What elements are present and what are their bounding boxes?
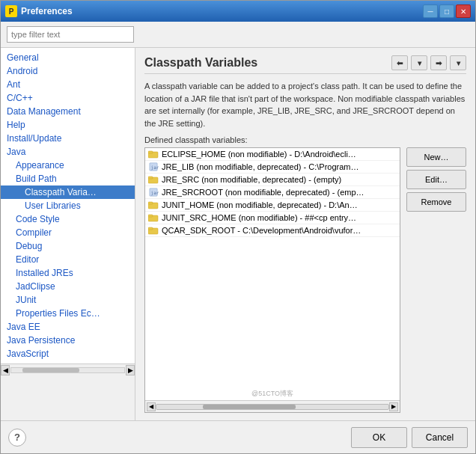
right-panel: Classpath Variables ⬅ ▾ ➡ ▾ A classpath … (135, 48, 475, 420)
content-area: General Android Ant C/C++ Data Managemen… (1, 22, 475, 420)
sidebar-item-installed-jres[interactable]: Installed JREs (1, 266, 135, 280)
variable-text: JRE_SRC (non modifiable, deprecated) - (… (162, 175, 341, 184)
title-bar-left: P Preferences (5, 5, 73, 17)
sidebar-item-data-mgmt[interactable]: Data Management (1, 105, 135, 118)
sidebar-item-jadclipse[interactable]: JadClipse (1, 280, 135, 293)
folder-icon (148, 213, 159, 222)
sidebar-item-ant[interactable]: Ant (1, 78, 135, 91)
left-scrollbar[interactable]: ◀ ▶ (1, 363, 135, 375)
svg-text:jar: jar (151, 165, 159, 171)
sidebar-item-editor[interactable]: Editor (1, 253, 135, 266)
cancel-button[interactable]: Cancel (412, 427, 468, 448)
variable-list[interactable]: ECLIPSE_HOME (non modifiable) - D:\Andro… (145, 148, 400, 387)
sidebar-item-classpath-vars[interactable]: Classpath Varia… (1, 185, 135, 199)
svg-rect-9 (148, 202, 153, 204)
folder-icon (148, 150, 159, 159)
list-item[interactable]: jar JRE_LIB (non modifiable, deprecated)… (145, 161, 400, 174)
left-panel: General Android Ant C/C++ Data Managemen… (1, 48, 135, 363)
sidebar-item-general[interactable]: General (1, 51, 135, 64)
main-split: General Android Ant C/C++ Data Managemen… (1, 48, 475, 420)
sidebar-item-java-persistence[interactable]: Java Persistence (1, 334, 135, 347)
sidebar-item-user-libraries[interactable]: User Libraries (1, 199, 135, 212)
sidebar-item-junit[interactable]: JUnit (1, 293, 135, 307)
list-item[interactable]: ECLIPSE_HOME (non modifiable) - D:\Andro… (145, 148, 400, 161)
sidebar-item-cpp[interactable]: C/C++ (1, 91, 135, 105)
variable-list-container: ECLIPSE_HOME (non modifiable) - D:\Andro… (144, 147, 400, 413)
folder-icon (148, 200, 159, 209)
bottom-right: OK Cancel (351, 427, 468, 448)
defined-label: Defined classpath variables: (144, 135, 466, 144)
nav-actions: ⬅ ▾ ➡ ▾ (391, 55, 466, 70)
variable-text: JRE_SRCROOT (non modifiable, deprecated)… (162, 188, 364, 197)
sidebar-item-help[interactable]: Help (1, 118, 135, 132)
left-scroll-thumb[interactable] (22, 368, 79, 372)
sidebar-item-install-update[interactable]: Install/Update (1, 132, 135, 145)
svg-text:jar: jar (151, 190, 159, 196)
ok-button[interactable]: OK (351, 427, 407, 448)
bottom-bar: ? OK Cancel (1, 420, 475, 453)
section-title-text: Classpath Variables (144, 56, 257, 70)
sidebar-item-javascript[interactable]: JavaScript (1, 347, 135, 361)
list-item[interactable]: JUNIT_SRC_HOME (non modifiable) - ##<cp … (145, 212, 400, 224)
sidebar-item-build-path[interactable]: Build Path (1, 172, 135, 185)
variable-text: JRE_LIB (non modifiable, deprecated) - C… (162, 162, 359, 171)
list-item[interactable]: JUNIT_HOME (non modifiable, deprecated) … (145, 199, 400, 212)
minimize-button[interactable]: ─ (423, 4, 438, 18)
watermark: @51CTO博客 (145, 387, 400, 400)
svg-rect-11 (148, 215, 153, 217)
section-title: Classpath Variables ⬅ ▾ ➡ ▾ (144, 55, 466, 74)
preferences-window: P Preferences ─ □ ✕ General Android Ant (0, 0, 476, 454)
list-scrollbar[interactable]: ◀ ▶ (145, 400, 400, 412)
help-button[interactable]: ? (8, 429, 26, 447)
sidebar-item-appearance[interactable]: Appearance (1, 159, 135, 172)
edit-button[interactable]: Edit… (406, 170, 466, 189)
title-controls: ─ □ ✕ (423, 4, 471, 18)
svg-rect-13 (148, 227, 153, 230)
sidebar-item-prop-files[interactable]: Properties Files Ec… (1, 307, 135, 320)
title-bar: P Preferences ─ □ ✕ (1, 1, 475, 22)
sidebar-item-java-ee[interactable]: Java EE (1, 320, 135, 334)
scroll-left-btn[interactable]: ◀ (1, 365, 10, 375)
new-button[interactable]: New… (406, 147, 466, 167)
svg-rect-5 (148, 177, 153, 179)
window-icon: P (5, 5, 17, 17)
jar-icon: jar (148, 188, 159, 197)
sidebar-item-compiler[interactable]: Compiler (1, 226, 135, 239)
sidebar-item-debug[interactable]: Debug (1, 239, 135, 253)
left-panel-wrapper: General Android Ant C/C++ Data Managemen… (1, 48, 135, 420)
folder-icon (148, 226, 159, 235)
left-scroll-track[interactable] (10, 367, 125, 373)
nav-dropdown-btn[interactable]: ▾ (411, 55, 427, 70)
remove-button[interactable]: Remove (406, 192, 466, 212)
description: A classpath variable can be added to a p… (144, 80, 466, 129)
svg-rect-1 (148, 151, 153, 153)
list-item[interactable]: QCAR_SDK_ROOT - C:\Development\Android\v… (145, 224, 400, 237)
scroll-thumb[interactable] (203, 405, 296, 409)
variable-text: JUNIT_SRC_HOME (non modifiable) - ##<cp … (162, 213, 356, 222)
scroll-track[interactable] (156, 404, 389, 410)
list-item[interactable]: jar JRE_SRCROOT (non modifiable, depreca… (145, 186, 400, 199)
sidebar-item-code-style[interactable]: Code Style (1, 212, 135, 226)
jar-icon: jar (148, 162, 159, 171)
nav-dropdown2-btn[interactable]: ▾ (450, 55, 466, 70)
bottom-left: ? (8, 429, 26, 447)
scroll-right-btn[interactable]: ▶ (126, 365, 135, 375)
variable-text: JUNIT_HOME (non modifiable, deprecated) … (162, 200, 358, 209)
list-area: ECLIPSE_HOME (non modifiable) - D:\Andro… (144, 147, 466, 413)
filter-input[interactable] (7, 26, 134, 43)
variable-text: QCAR_SDK_ROOT - C:\Development\Android\v… (162, 226, 361, 235)
nav-back-btn[interactable]: ⬅ (391, 55, 408, 70)
scroll-right-icon[interactable]: ▶ (389, 402, 398, 411)
nav-forward-btn[interactable]: ➡ (430, 55, 447, 70)
sidebar-item-android[interactable]: Android (1, 64, 135, 78)
folder-icon (148, 175, 159, 184)
maximize-button[interactable]: □ (439, 4, 454, 18)
filter-bar (1, 22, 475, 48)
sidebar-item-java[interactable]: Java (1, 145, 135, 159)
list-item[interactable]: JRE_SRC (non modifiable, deprecated) - (… (145, 174, 400, 186)
window-title: Preferences (21, 6, 73, 16)
action-buttons: New… Edit… Remove (406, 147, 466, 413)
variable-text: ECLIPSE_HOME (non modifiable) - D:\Andro… (162, 150, 356, 159)
scroll-left-icon[interactable]: ◀ (147, 402, 156, 411)
close-button[interactable]: ✕ (456, 4, 471, 18)
